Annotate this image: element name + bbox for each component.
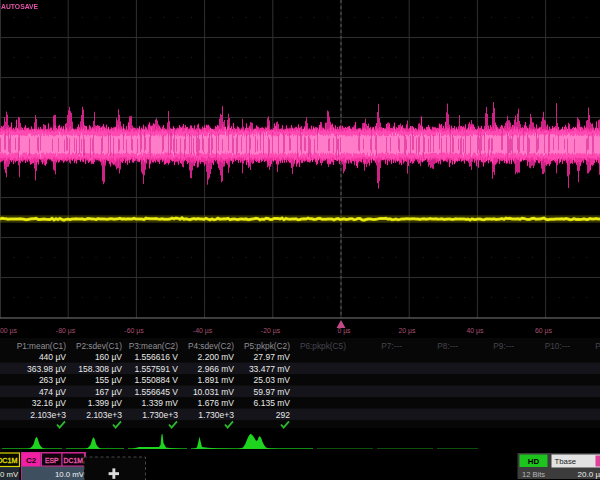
- svg-text:-40 µs: -40 µs: [193, 327, 213, 335]
- svg-text:1.339 mV: 1.339 mV: [142, 398, 179, 408]
- svg-text:1.676 mV: 1.676 mV: [198, 398, 235, 408]
- svg-text:12 Bits: 12 Bits: [522, 470, 545, 479]
- svg-text:-80 µs: -80 µs: [56, 327, 76, 335]
- svg-text:1.556616 V: 1.556616 V: [135, 352, 179, 362]
- svg-text:440 µV: 440 µV: [39, 352, 66, 362]
- svg-text:40 µs: 40 µs: [467, 327, 485, 335]
- svg-text:2.200 mV: 2.200 mV: [198, 352, 235, 362]
- svg-text:27.97 mV: 27.97 mV: [254, 352, 291, 362]
- svg-text:1.730e+3: 1.730e+3: [198, 410, 234, 420]
- svg-text:AUTOSAVE: AUTOSAVE: [1, 3, 39, 10]
- svg-text:1.399 µV: 1.399 µV: [88, 398, 123, 408]
- svg-text:P6:pkpk(C5): P6:pkpk(C5): [300, 341, 346, 351]
- svg-text:59.97 mV: 59.97 mV: [254, 387, 291, 397]
- svg-text:0 µs: 0 µs: [337, 327, 351, 335]
- svg-text:1.730e+3: 1.730e+3: [142, 410, 178, 420]
- svg-text:P9:---: P9:---: [493, 341, 514, 351]
- svg-text:60 µs: 60 µs: [535, 327, 553, 335]
- svg-text:00 µs: 00 µs: [0, 327, 18, 335]
- svg-text:2.103e+3: 2.103e+3: [86, 410, 122, 420]
- svg-text:P10:---: P10:---: [545, 341, 571, 351]
- svg-text:474 µV: 474 µV: [39, 387, 66, 397]
- svg-text:-60 µs: -60 µs: [124, 327, 144, 335]
- svg-text:20.0 µ: 20.0 µ: [578, 470, 600, 479]
- svg-text:1.556645 V: 1.556645 V: [135, 387, 179, 397]
- svg-text:155 µV: 155 µV: [95, 375, 122, 385]
- svg-text:-20 µs: -20 µs: [261, 327, 281, 335]
- svg-text:20 µs: 20 µs: [399, 327, 417, 335]
- svg-text:2.103e+3: 2.103e+3: [30, 410, 66, 420]
- svg-text:1.557591 V: 1.557591 V: [135, 364, 179, 374]
- svg-text:1.550884 V: 1.550884 V: [135, 375, 179, 385]
- svg-text:1.891 mV: 1.891 mV: [198, 375, 235, 385]
- svg-text:ESP: ESP: [45, 457, 59, 464]
- svg-text:363.98 µV: 363.98 µV: [27, 364, 66, 374]
- svg-text:P7:---: P7:---: [381, 341, 402, 351]
- svg-text:2.966 mV: 2.966 mV: [198, 364, 235, 374]
- svg-text:0 mV: 0 mV: [0, 470, 19, 479]
- svg-text:P2:sdev(C1): P2:sdev(C1): [76, 341, 122, 351]
- svg-text:25.03 mV: 25.03 mV: [254, 375, 291, 385]
- svg-text:P1:mean(C1): P1:mean(C1): [17, 341, 67, 351]
- svg-text:6.135 mV: 6.135 mV: [254, 398, 291, 408]
- svg-text:33.477 mV: 33.477 mV: [249, 364, 290, 374]
- svg-text:DC1M: DC1M: [64, 457, 84, 464]
- svg-text:P11:---: P11:---: [595, 341, 600, 351]
- svg-text:P4:sdev(C2): P4:sdev(C2): [188, 341, 234, 351]
- svg-text:C2: C2: [26, 456, 37, 465]
- svg-text:DC1M: DC1M: [0, 456, 18, 465]
- svg-text:263 µV: 263 µV: [39, 375, 66, 385]
- svg-text:160 µV: 160 µV: [95, 352, 122, 362]
- svg-text:292: 292: [276, 410, 290, 420]
- svg-text:P8:---: P8:---: [437, 341, 458, 351]
- svg-text:167 µV: 167 µV: [95, 387, 122, 397]
- svg-text:HD: HD: [528, 457, 540, 466]
- svg-text:10.031 mV: 10.031 mV: [193, 387, 234, 397]
- svg-text:32.16 µV: 32.16 µV: [32, 398, 67, 408]
- svg-text:P5:pkpk(C2): P5:pkpk(C2): [244, 341, 290, 351]
- svg-text:P3:mean(C2): P3:mean(C2): [129, 341, 179, 351]
- svg-text:158.308 µV: 158.308 µV: [78, 364, 122, 374]
- svg-text:10.0 mV: 10.0 mV: [55, 470, 85, 479]
- svg-text:Tbase: Tbase: [555, 457, 577, 466]
